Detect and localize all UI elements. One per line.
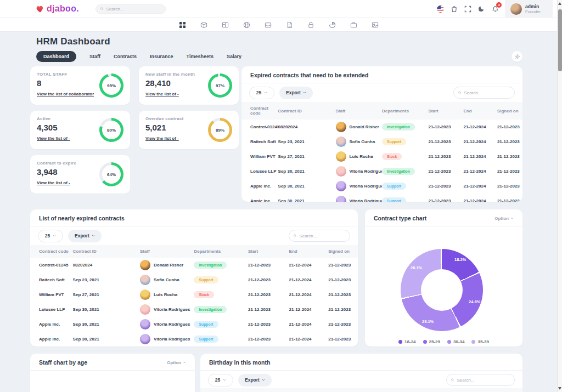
tab-dashboard[interactable]: Dashboard bbox=[36, 51, 76, 62]
department-cell: Support bbox=[194, 272, 248, 287]
contract-id-cell: Sep 30, 2021 bbox=[278, 194, 336, 202]
dashboard-grid-icon[interactable] bbox=[179, 21, 186, 29]
table-row: Raitech Soft Sep 23, 2021 Sofia Cunha Su… bbox=[30, 272, 358, 287]
staff-avatar bbox=[140, 289, 150, 300]
logo[interactable]: djaboo. bbox=[35, 4, 79, 14]
panel-title: List of nearly expired contracts bbox=[39, 215, 125, 221]
reports-pie-icon[interactable] bbox=[329, 21, 336, 29]
media-image-icon[interactable] bbox=[372, 21, 379, 29]
stat-link[interactable]: View the list of - bbox=[145, 92, 179, 96]
scroll-down-arrow[interactable] bbox=[558, 387, 561, 390]
page-size-select[interactable]: 25 bbox=[249, 87, 274, 99]
tab-insurance[interactable]: Insurance bbox=[150, 51, 173, 62]
contract-code-cell: Apple Inc. bbox=[241, 179, 278, 194]
tab-timesheets[interactable]: Timesheets bbox=[187, 51, 213, 62]
contract-id-cell: Sep 30, 2021 bbox=[73, 302, 140, 317]
staff-avatar bbox=[336, 151, 346, 162]
expired-contracts-panel: Expired contracts that need to be extend… bbox=[241, 66, 522, 202]
expired-contracts-table: Contract codeContract IDStaffDepartments… bbox=[241, 102, 522, 202]
export-button[interactable]: Export bbox=[279, 87, 313, 99]
staff-avatar bbox=[140, 319, 150, 329]
page-size-select[interactable]: 25 bbox=[208, 374, 233, 387]
documents-icon[interactable] bbox=[286, 21, 293, 29]
shopping-bag-icon[interactable] bbox=[450, 5, 458, 13]
table-search-input[interactable] bbox=[464, 90, 510, 95]
contract-type-chart-panel: Contract type chart Option 18.2% 24.6% 2… bbox=[365, 209, 522, 346]
contract-code-cell: Apple Inc. bbox=[241, 194, 278, 202]
table-search[interactable] bbox=[446, 374, 515, 386]
tab-staff[interactable]: Staff bbox=[89, 51, 100, 62]
page-scrollbar[interactable] bbox=[557, 0, 562, 392]
global-search-input[interactable] bbox=[106, 7, 161, 12]
modules-box-icon[interactable] bbox=[200, 21, 207, 29]
table-search-input[interactable] bbox=[299, 234, 345, 238]
inbox-icon[interactable] bbox=[265, 21, 272, 29]
start-date-cell: 21-12-2023 bbox=[248, 302, 289, 317]
table-row: Apple Inc. Sep 30, 2021 Vitoria Rodrigue… bbox=[30, 317, 358, 332]
start-date-cell: 21-12-2023 bbox=[248, 272, 289, 287]
language-flag-icon[interactable] bbox=[437, 5, 444, 13]
department-cell: Investigation bbox=[382, 120, 428, 134]
stat-progress-ring: 89% bbox=[208, 118, 232, 142]
contract-code-cell: Apple Inc. bbox=[30, 317, 73, 332]
globe-icon[interactable] bbox=[243, 21, 250, 29]
tab-salary[interactable]: Salary bbox=[227, 51, 241, 62]
panel-title: Birthday in this month bbox=[209, 359, 270, 366]
start-date-cell: 21-12-2023 bbox=[248, 258, 289, 272]
stat-link[interactable]: View the list of - bbox=[37, 136, 70, 141]
chart-option-dropdown[interactable]: Option bbox=[494, 216, 514, 221]
start-date-cell: 21-12-2023 bbox=[428, 134, 463, 149]
briefcase-icon[interactable] bbox=[350, 21, 357, 29]
search-icon bbox=[458, 91, 461, 94]
chart-option-dropdown[interactable]: Option bbox=[167, 360, 186, 365]
staff-avatar bbox=[336, 196, 346, 202]
staff-avatar bbox=[336, 122, 346, 132]
export-button[interactable]: Export bbox=[238, 374, 272, 387]
logo-text: djaboo. bbox=[47, 4, 79, 14]
end-date-cell: 21-12-2024 bbox=[289, 272, 329, 287]
table-row: Loiusee LLP Sep 30, 2021 Vitoria Rodrigu… bbox=[30, 302, 358, 317]
department-badge: Investigation bbox=[194, 306, 227, 313]
tab-contracts[interactable]: Contracts bbox=[114, 51, 137, 62]
settings-gear-button[interactable] bbox=[512, 51, 522, 62]
user-name: admin bbox=[525, 4, 541, 9]
signed-date-cell: 21-12-2023 bbox=[497, 120, 522, 134]
table-search[interactable] bbox=[453, 87, 515, 99]
staff-age-chart-panel: Staff chart by age Option 14.3% 23.0% bbox=[30, 354, 195, 392]
staff-avatar bbox=[140, 334, 150, 344]
stat-progress-ring: 64% bbox=[99, 162, 123, 186]
contract-code-cell: Raitech Soft bbox=[30, 272, 73, 287]
start-date-cell: 21-12-2023 bbox=[428, 194, 463, 202]
scrollbar-thumb[interactable] bbox=[558, 9, 562, 71]
department-badge: Support bbox=[194, 276, 218, 283]
stat-link[interactable]: View the list of - bbox=[145, 136, 179, 141]
dark-mode-moon-icon[interactable] bbox=[477, 5, 485, 13]
stat-progress-ring: 95% bbox=[99, 73, 123, 98]
nearly-expired-contracts-table: Contract codeContract IDStaffDepartments… bbox=[30, 245, 358, 346]
stat-link[interactable]: View the list of - bbox=[37, 180, 70, 185]
signed-date-cell: 21-12-2023 bbox=[328, 272, 358, 287]
contract-code-cell: Loiusee LLP bbox=[241, 164, 278, 179]
contract-id-cell: Sep 23, 2021 bbox=[73, 272, 140, 287]
contract-id-cell: Sep 30, 2021 bbox=[278, 179, 336, 194]
global-search[interactable] bbox=[95, 4, 166, 14]
table-search[interactable] bbox=[289, 230, 350, 242]
stat-link[interactable]: View the list of collaborator bbox=[37, 92, 94, 96]
table-header-band bbox=[200, 388, 522, 392]
notifications-bell-icon[interactable]: 3 bbox=[491, 5, 499, 13]
page-size-select[interactable]: 25 bbox=[38, 230, 63, 242]
department-badge: Support bbox=[382, 138, 406, 145]
fullscreen-icon[interactable] bbox=[464, 5, 471, 13]
kanban-board-icon[interactable] bbox=[222, 21, 229, 29]
export-button[interactable]: Export bbox=[68, 230, 102, 242]
security-lock-icon[interactable] bbox=[307, 21, 314, 29]
scroll-up-arrow[interactable] bbox=[558, 2, 561, 5]
user-role: Founder bbox=[525, 9, 541, 14]
table-header-row: Contract codeContract IDStaffDepartments… bbox=[241, 102, 522, 120]
user-menu[interactable]: admin Founder bbox=[505, 0, 553, 18]
department-cell: Support bbox=[382, 134, 428, 149]
table-header-row: Contract codeContract IDStaffDepartments… bbox=[30, 245, 358, 258]
table-search-input[interactable] bbox=[457, 378, 510, 383]
contract-id-cell: Sep 30, 2021 bbox=[73, 317, 140, 332]
staff-avatar bbox=[336, 166, 346, 177]
